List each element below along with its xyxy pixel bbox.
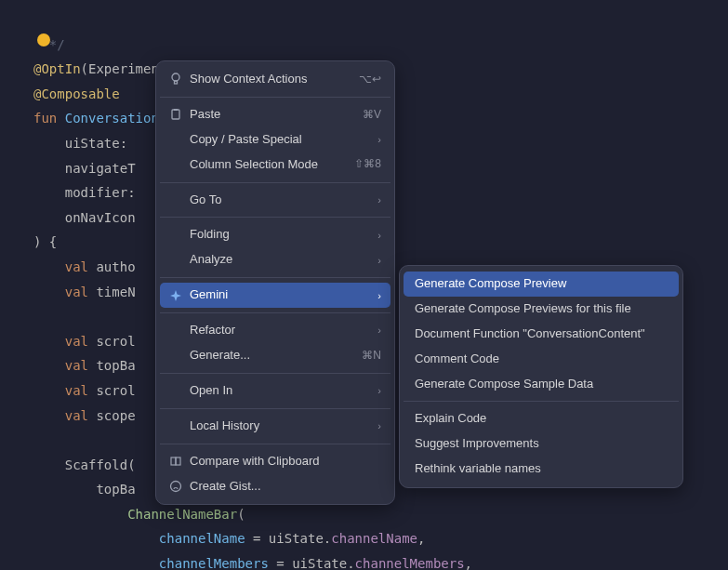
menu-label: Copy / Paste Special: [190, 132, 368, 148]
svg-rect-2: [172, 110, 179, 119]
menu-label: Explain Code: [415, 411, 669, 427]
menu-label: Go To: [190, 192, 368, 208]
svg-point-6: [171, 482, 181, 492]
menu-create-gist[interactable]: Create Gist...: [160, 474, 390, 499]
clipboard-icon: [167, 108, 184, 121]
menu-separator: [160, 312, 390, 313]
menu-label: Refactor: [190, 323, 368, 338]
menu-folding[interactable]: Folding ›: [160, 222, 390, 247]
github-icon: [167, 480, 184, 493]
menu-shortcut: ⌘N: [362, 349, 381, 364]
menu-label: Document Function "ConversationContent": [415, 326, 669, 342]
menu-refactor[interactable]: Refactor ›: [160, 318, 390, 343]
submenu-document-function[interactable]: Document Function "ConversationContent": [404, 322, 679, 347]
submenu-generate-sample-data[interactable]: Generate Compose Sample Data: [404, 372, 679, 397]
chevron-right-icon: ›: [377, 133, 381, 146]
code-annotation: @OptIn: [33, 61, 81, 76]
menu-label: Compare with Clipboard: [190, 454, 381, 470]
menu-paste[interactable]: Paste ⌘V: [160, 102, 390, 127]
chevron-right-icon: ›: [377, 254, 381, 267]
menu-separator: [160, 373, 390, 374]
bulb-icon: [167, 73, 184, 86]
submenu-explain-code[interactable]: Explain Code: [404, 406, 679, 431]
menu-shortcut: ⌥↩: [359, 73, 381, 87]
menu-label: Column Selection Mode: [190, 157, 345, 173]
menu-gemini[interactable]: Gemini ›: [160, 283, 390, 308]
svg-rect-4: [171, 457, 176, 465]
menu-label: Generate...: [190, 348, 352, 364]
menu-separator: [160, 277, 390, 278]
submenu-rethink-names[interactable]: Rethink variable names: [404, 457, 679, 482]
intention-bulb-icon[interactable]: [37, 33, 50, 46]
menu-label: Folding: [190, 227, 368, 243]
submenu-generate-previews-file[interactable]: Generate Compose Previews for this file: [404, 297, 679, 322]
menu-shortcut: ⌘V: [363, 108, 381, 123]
chevron-right-icon: ›: [377, 384, 381, 397]
menu-separator: [160, 217, 390, 218]
menu-label: Open In: [190, 383, 368, 399]
menu-label: Generate Compose Preview: [415, 276, 669, 292]
menu-goto[interactable]: Go To ›: [160, 188, 390, 213]
svg-point-0: [172, 73, 179, 81]
menu-label: Analyze: [190, 252, 368, 268]
menu-local-history[interactable]: Local History ›: [160, 414, 390, 439]
sparkle-icon: [167, 289, 184, 302]
menu-shortcut: ⇧⌘8: [354, 157, 381, 172]
menu-separator: [160, 182, 390, 183]
menu-label: Generate Compose Previews for this file: [415, 301, 669, 317]
code-annotation: @Composable: [33, 86, 120, 101]
chevron-right-icon: ›: [377, 229, 381, 242]
menu-copy-paste-special[interactable]: Copy / Paste Special ›: [160, 127, 390, 152]
menu-separator: [404, 401, 679, 402]
menu-label: Rethink variable names: [415, 461, 669, 477]
context-menu: Show Context Actions ⌥↩ Paste ⌘V Copy / …: [155, 60, 395, 505]
menu-label: Comment Code: [415, 351, 669, 367]
menu-show-context-actions[interactable]: Show Context Actions ⌥↩: [160, 67, 390, 92]
menu-separator: [160, 444, 390, 444]
chevron-right-icon: ›: [377, 289, 381, 302]
menu-separator: [160, 97, 390, 98]
menu-label: Gemini: [190, 287, 368, 303]
chevron-right-icon: ›: [377, 324, 381, 337]
submenu-comment-code[interactable]: Comment Code: [404, 347, 679, 372]
menu-separator: [160, 408, 390, 409]
menu-label: Local History: [190, 418, 368, 434]
svg-rect-1: [175, 81, 178, 84]
chevron-right-icon: ›: [377, 419, 381, 432]
compare-icon: [167, 455, 184, 468]
submenu-generate-preview[interactable]: Generate Compose Preview: [404, 272, 679, 297]
menu-compare-clipboard[interactable]: Compare with Clipboard: [160, 449, 390, 474]
menu-label: Create Gist...: [190, 479, 381, 495]
menu-column-selection[interactable]: Column Selection Mode ⇧⌘8: [160, 152, 390, 178]
menu-label: Paste: [190, 107, 353, 123]
menu-label: Show Context Actions: [190, 72, 350, 87]
menu-analyze[interactable]: Analyze ›: [160, 247, 390, 272]
gemini-submenu: Generate Compose Preview Generate Compos…: [399, 265, 683, 488]
menu-label: Suggest Improvements: [415, 436, 669, 452]
menu-generate[interactable]: Generate... ⌘N: [160, 343, 390, 368]
menu-open-in[interactable]: Open In ›: [160, 378, 390, 404]
menu-label: Generate Compose Sample Data: [415, 377, 669, 392]
svg-rect-5: [176, 457, 180, 465]
svg-rect-3: [174, 109, 178, 111]
chevron-right-icon: ›: [377, 193, 381, 206]
submenu-suggest-improvements[interactable]: Suggest Improvements: [404, 431, 679, 457]
